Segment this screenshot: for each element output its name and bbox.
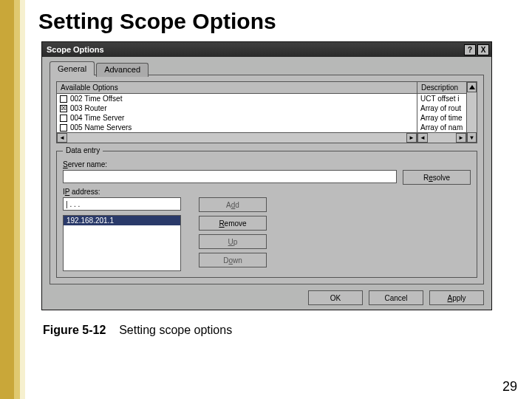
option-row[interactable]: 004 Time Server (57, 113, 417, 123)
up-button[interactable]: Up (199, 234, 267, 249)
option-label: 002 Time Offset (70, 95, 122, 103)
checkbox-icon[interactable] (60, 124, 67, 132)
help-button[interactable]: ? (464, 44, 476, 55)
option-label: 005 Name Servers (70, 123, 132, 132)
slide-accent-bar (0, 0, 25, 399)
remove-button[interactable]: Remove (199, 216, 267, 231)
page-number: 29 (502, 379, 517, 395)
option-row[interactable]: ☒ 003 Router (57, 103, 417, 113)
data-entry-legend: Data entry (63, 146, 103, 154)
checkbox-icon[interactable] (60, 115, 67, 122)
option-label: 004 Time Server (70, 114, 124, 122)
scrollbar-vertical[interactable]: ▼ (466, 82, 477, 143)
option-row[interactable]: 002 Time Offset (57, 94, 417, 103)
column-header-description[interactable]: Description (417, 82, 466, 94)
scroll-left-icon[interactable]: ◄ (57, 133, 67, 143)
column-header-available[interactable]: Available Options (57, 82, 417, 94)
add-button[interactable]: Add (199, 197, 267, 212)
figure-caption-text: Setting scope options (119, 324, 232, 336)
ok-button[interactable]: OK (308, 290, 363, 305)
scrollbar-horizontal[interactable]: ◄ ► (57, 132, 417, 143)
tab-strip: General Advanced (50, 61, 484, 75)
dialog-buttons: OK Cancel Apply (50, 290, 484, 305)
option-label: 003 Router (70, 104, 106, 112)
dialog-window: Scope Options ? X General Advanced Avail… (41, 41, 492, 310)
close-button[interactable]: X (477, 44, 489, 55)
scroll-right-icon[interactable]: ► (456, 133, 466, 143)
list-item[interactable]: 192.168.201.1 (64, 216, 180, 225)
ip-address-input[interactable]: | . . . (63, 197, 181, 211)
server-name-label: Server name: (63, 160, 471, 168)
resolve-button[interactable]: Resolve (403, 170, 471, 185)
option-desc: UCT offset i (417, 94, 466, 103)
tab-advanced[interactable]: Advanced (96, 63, 149, 77)
checkbox-icon[interactable] (60, 95, 67, 103)
down-button[interactable]: Down (199, 253, 267, 267)
ip-address-label: IP address: (63, 188, 471, 196)
options-table: Available Options 002 Time Offset ☒ (56, 81, 477, 143)
titlebar: Scope Options ? X (42, 42, 491, 57)
column-header-available-label: Available Options (61, 83, 118, 92)
checkbox-icon[interactable]: ☒ (60, 105, 67, 112)
figure-label: Figure 5-12 (43, 324, 106, 336)
tab-general[interactable]: General (50, 61, 95, 75)
ip-listbox[interactable]: 192.168.201.1 (63, 215, 181, 271)
apply-button[interactable]: Apply (429, 290, 484, 305)
column-header-description-label: Description (421, 83, 458, 92)
option-desc: Array of rout (417, 103, 466, 113)
slide-body: Setting Scope Options Scope Options ? X … (25, 0, 532, 399)
slide-title: Setting Scope Options (38, 9, 514, 34)
option-row[interactable]: 005 Name Servers (57, 123, 417, 132)
tab-panel-general: Available Options 002 Time Offset ☒ (50, 75, 484, 284)
cancel-button[interactable]: Cancel (369, 290, 423, 305)
server-name-input[interactable] (63, 170, 397, 183)
data-entry-group: Data entry Server name: Resolve IP addre… (56, 151, 477, 278)
scroll-left-icon[interactable]: ◄ (417, 133, 428, 143)
scrollbar-horizontal[interactable]: ◄ ► (417, 132, 466, 143)
option-desc: Array of nam (417, 123, 466, 132)
scroll-right-icon[interactable]: ► (406, 133, 417, 143)
scroll-down-icon[interactable]: ▼ (467, 132, 477, 143)
scroll-up-icon[interactable] (467, 82, 477, 92)
option-desc: Array of time (417, 113, 466, 123)
window-title: Scope Options (47, 45, 104, 54)
figure-caption: Figure 5-12 Setting scope options (43, 324, 514, 337)
